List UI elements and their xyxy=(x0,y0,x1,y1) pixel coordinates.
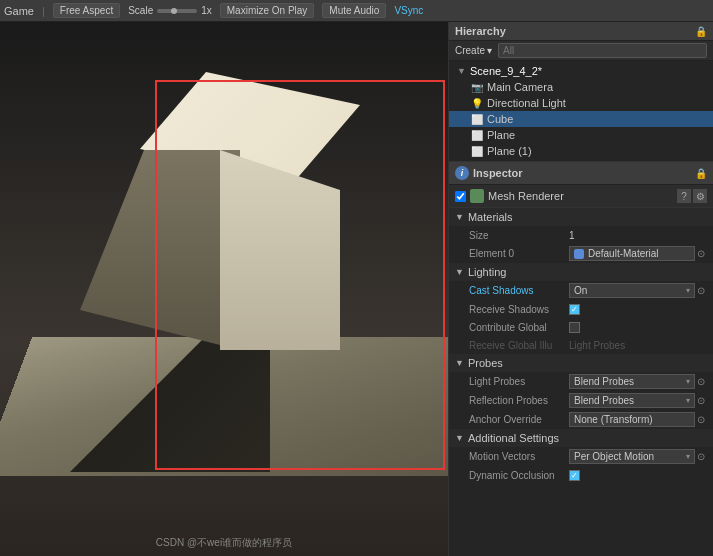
hierarchy-panel-controls: 🔒 xyxy=(695,26,707,37)
contribute-global-prop-row: Contribute Global xyxy=(449,318,713,336)
reflection-probes-dropdown[interactable]: Blend Probes ▾ xyxy=(569,393,695,408)
materials-section-header[interactable]: ▼ Materials xyxy=(449,208,713,226)
component-buttons: ? ⚙ xyxy=(677,189,707,203)
motion-vectors-dropdown[interactable]: Per Object Motion ▾ xyxy=(569,449,695,464)
hierarchy-lock-icon[interactable]: 🔒 xyxy=(695,26,707,37)
cube-left-face xyxy=(80,150,240,350)
cube-label: Cube xyxy=(487,113,513,125)
receive-shadows-label: Receive Shadows xyxy=(469,304,569,315)
plane-1-label: Plane (1) xyxy=(487,145,532,157)
dynamic-occlusion-prop-row: Dynamic Occlusion xyxy=(449,466,713,484)
dynamic-occlusion-label: Dynamic Occlusion xyxy=(469,470,569,481)
light-probes-arrow-icon: ▾ xyxy=(686,377,690,386)
mesh-renderer-header[interactable]: Mesh Renderer ? ⚙ xyxy=(449,185,713,208)
hierarchy-plane[interactable]: ⬜ Plane xyxy=(449,127,713,143)
reflection-probes-value: Blend Probes xyxy=(574,395,634,406)
cast-shadows-dropdown[interactable]: On ▾ xyxy=(569,283,695,298)
element0-value[interactable]: Default-Material xyxy=(569,246,695,261)
plane-icon: ⬜ xyxy=(471,130,483,141)
inspector-title: Inspector xyxy=(473,167,523,179)
anchor-override-value-text: None (Transform) xyxy=(574,414,653,425)
light-icon: 💡 xyxy=(471,98,483,109)
top-bar: Game | Free Aspect Scale 1x Maximize On … xyxy=(0,0,713,22)
hierarchy-search-input[interactable] xyxy=(498,43,707,58)
hierarchy-cube[interactable]: ⬜ Cube xyxy=(449,111,713,127)
inspector-header: i Inspector 🔒 xyxy=(449,162,713,185)
size-value: 1 xyxy=(569,230,705,241)
inspector-panel: i Inspector 🔒 Mesh Renderer ? ⚙ ▼ Materi… xyxy=(449,162,713,556)
create-button[interactable]: Create ▾ xyxy=(455,45,492,56)
cast-shadows-picker-icon[interactable]: ⊙ xyxy=(697,285,705,296)
contribute-global-label: Contribute Global xyxy=(469,322,569,333)
inspector-info-icon: i xyxy=(455,166,469,180)
create-arrow-icon: ▾ xyxy=(487,45,492,56)
cast-shadows-prop-row: Cast Shadows On ▾ ⊙ xyxy=(449,281,713,300)
cube-object xyxy=(80,72,380,372)
motion-vectors-label: Motion Vectors xyxy=(469,451,569,462)
main-camera-label: Main Camera xyxy=(487,81,553,93)
reflection-probes-label: Reflection Probes xyxy=(469,395,569,406)
anchor-override-value[interactable]: None (Transform) xyxy=(569,412,695,427)
additional-section-header[interactable]: ▼ Additional Settings xyxy=(449,429,713,447)
maximize-on-play-button[interactable]: Maximize On Play xyxy=(220,3,315,18)
mute-audio-button[interactable]: Mute Audio xyxy=(322,3,386,18)
element0-label: Element 0 xyxy=(469,248,569,259)
size-prop-row: Size 1 xyxy=(449,226,713,244)
inspector-lock-icon[interactable]: 🔒 xyxy=(695,168,707,179)
hierarchy-directional-light[interactable]: 💡 Directional Light xyxy=(449,95,713,111)
game-canvas xyxy=(0,22,448,556)
scene-root-item[interactable]: ▼ Scene_9_4_2* xyxy=(449,63,713,79)
camera-icon: 📷 xyxy=(471,82,483,93)
element0-prop-row: Element 0 Default-Material ⊙ xyxy=(449,244,713,263)
element0-picker-icon[interactable]: ⊙ xyxy=(697,248,705,259)
additional-section-title: Additional Settings xyxy=(468,432,559,444)
game-viewport: CSDN @不wei谁而做的程序员 xyxy=(0,22,448,556)
anchor-override-prop-row: Anchor Override None (Transform) ⊙ xyxy=(449,410,713,429)
light-probes-dropdown[interactable]: Blend Probes ▾ xyxy=(569,374,695,389)
cast-shadows-arrow-icon: ▾ xyxy=(686,286,690,295)
aspect-button[interactable]: Free Aspect xyxy=(53,3,120,18)
hierarchy-plane-1[interactable]: ⬜ Plane (1) xyxy=(449,143,713,159)
component-help-button[interactable]: ? xyxy=(677,189,691,203)
probes-arrow-icon: ▼ xyxy=(455,358,464,368)
scene-expand-arrow: ▼ xyxy=(457,66,466,76)
probes-section-title: Probes xyxy=(468,357,503,369)
game-title: Game xyxy=(4,5,34,17)
contribute-global-checkbox[interactable] xyxy=(569,322,580,333)
plane-label: Plane xyxy=(487,129,515,141)
plane-1-icon: ⬜ xyxy=(471,146,483,157)
reflection-probes-picker-icon[interactable]: ⊙ xyxy=(697,395,705,406)
light-probes-prop-row: Light Probes Blend Probes ▾ ⊙ xyxy=(449,372,713,391)
lighting-section-title: Lighting xyxy=(468,266,507,278)
receive-shadows-checkbox[interactable] xyxy=(569,304,580,315)
hierarchy-main-camera[interactable]: 📷 Main Camera xyxy=(449,79,713,95)
mesh-renderer-icon xyxy=(470,189,484,203)
dynamic-occlusion-checkbox[interactable] xyxy=(569,470,580,481)
hierarchy-toolbar: Create ▾ xyxy=(449,41,713,61)
lighting-section-header[interactable]: ▼ Lighting xyxy=(449,263,713,281)
cube-icon: ⬜ xyxy=(471,114,483,125)
scene-name: Scene_9_4_2* xyxy=(470,65,542,77)
directional-light-label: Directional Light xyxy=(487,97,566,109)
light-probes-label: Light Probes xyxy=(469,376,569,387)
anchor-override-label: Anchor Override xyxy=(469,414,569,425)
mesh-renderer-title: Mesh Renderer xyxy=(488,190,673,202)
scale-control: Scale 1x xyxy=(128,5,212,16)
main-layout: CSDN @不wei谁而做的程序员 Hierarchy 🔒 Create ▾ ▼ xyxy=(0,22,713,556)
receive-shadows-prop-row: Receive Shadows xyxy=(449,300,713,318)
anchor-override-picker-icon[interactable]: ⊙ xyxy=(697,414,705,425)
component-settings-button[interactable]: ⚙ xyxy=(693,189,707,203)
motion-vectors-picker-icon[interactable]: ⊙ xyxy=(697,451,705,462)
vsync-button[interactable]: VSync xyxy=(394,5,423,16)
cast-shadows-value: On xyxy=(574,285,587,296)
create-label: Create xyxy=(455,45,485,56)
materials-arrow-icon: ▼ xyxy=(455,212,464,222)
scale-label: Scale xyxy=(128,5,153,16)
mesh-renderer-checkbox[interactable] xyxy=(455,191,466,202)
light-probes-value: Blend Probes xyxy=(574,376,634,387)
probes-section-header[interactable]: ▼ Probes xyxy=(449,354,713,372)
scale-track[interactable] xyxy=(157,9,197,13)
light-probes-picker-icon[interactable]: ⊙ xyxy=(697,376,705,387)
hierarchy-title: Hierarchy xyxy=(455,25,506,37)
scale-value: 1x xyxy=(201,5,212,16)
